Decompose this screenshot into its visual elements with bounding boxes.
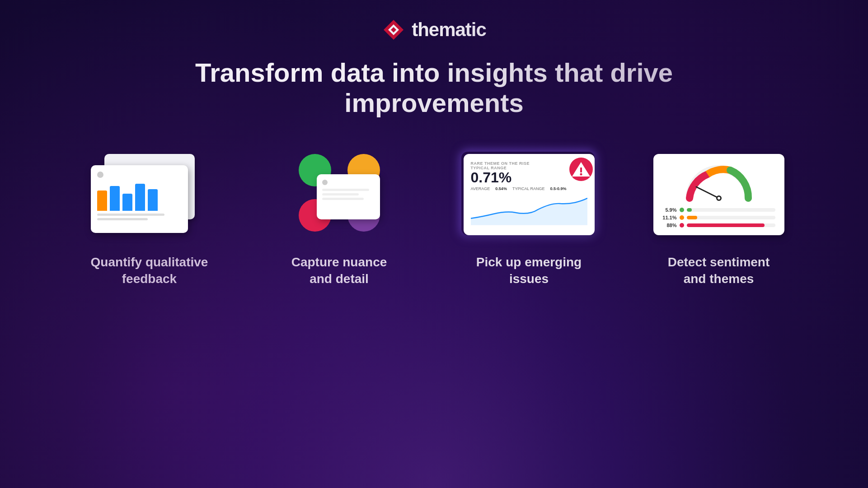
features-row: Quantify qualitativefeedback [32, 149, 836, 287]
sentiment-row-0: 5.9% [662, 207, 775, 213]
center-line-3 [322, 198, 364, 200]
typical-range-val: 0.5-0.9% [550, 186, 567, 191]
logo-container: thematic [382, 18, 486, 42]
feature-label-capture: Capture nuanceand detail [291, 254, 387, 287]
average-val: 0.54% [495, 186, 507, 191]
illustration-emerging: RARE THEME ON THE RISE TYPICAL RANGE 0.7… [459, 149, 599, 240]
trend-sub: AVERAGE 0.54% TYPICAL RANGE 0.5-0.9% [471, 186, 587, 191]
feature-card-emerging: RARE THEME ON THE RISE TYPICAL RANGE 0.7… [448, 149, 610, 287]
feature-card-sentiment: 5.9% 11.1% [638, 149, 800, 287]
sent-pct-1: 11.1% [662, 215, 677, 220]
bar-orange [97, 191, 107, 211]
center-line-1 [322, 189, 369, 191]
thematic-logo-icon [382, 18, 405, 42]
card-dot [97, 172, 103, 178]
center-card [317, 174, 380, 219]
feature-label-sentiment: Detect sentimentand themes [668, 254, 770, 287]
sent-dot-2 [680, 223, 684, 228]
sent-pct-2: 88% [662, 223, 677, 228]
page-wrapper: thematic Transform data into insights th… [0, 0, 868, 488]
svg-rect-9 [580, 167, 582, 172]
average-label: AVERAGE [471, 186, 490, 191]
feature-label-emerging: Pick up emergingissues [476, 254, 582, 287]
bar-blue-4 [148, 189, 158, 211]
bar-blue-2 [122, 194, 132, 211]
svg-point-10 [580, 173, 582, 176]
trend-labels: RARE THEME ON THE RISE TYPICAL RANGE 0.7… [471, 161, 530, 185]
headline: Transform data into insights that drive … [118, 58, 751, 118]
sent-pct-0: 5.9% [662, 207, 677, 213]
alert-badge-icon [569, 158, 593, 181]
bar-blue-3 [135, 184, 145, 211]
rare-theme-label: RARE THEME ON THE RISE [471, 161, 530, 166]
illustration-sentiment: 5.9% 11.1% [649, 149, 789, 240]
svg-point-13 [718, 197, 720, 200]
chart-bars [97, 181, 182, 211]
feature-card-quantify: Quantify qualitativefeedback [68, 149, 231, 287]
feature-card-capture: Capture nuanceand detail [258, 149, 421, 287]
sentiment-rows: 5.9% 11.1% [662, 207, 775, 228]
svg-line-11 [696, 187, 719, 198]
card-line-2 [97, 218, 148, 220]
sent-bar-wrap-0 [687, 208, 775, 212]
card-lines [97, 214, 182, 220]
bar-blue-1 [110, 186, 120, 211]
sent-bar-1 [687, 216, 698, 219]
card-line-1 [97, 214, 165, 216]
trend-chart-svg [471, 194, 587, 225]
illustration-capture [267, 149, 412, 240]
feature-label-quantify: Quantify qualitativefeedback [91, 254, 208, 287]
center-card-dot [322, 180, 328, 185]
sentiment-row-2: 88% [662, 223, 775, 228]
typical-range-val-label: TYPICAL RANGE [512, 186, 545, 191]
sent-bar-wrap-2 [687, 223, 775, 227]
sent-bar-0 [687, 208, 692, 212]
trend-pct: 0.71% [471, 170, 530, 185]
sent-bar-wrap-1 [687, 216, 775, 219]
gauge-card: 5.9% 11.1% [653, 154, 784, 235]
center-line-2 [322, 193, 359, 195]
center-card-lines [322, 189, 375, 200]
logo-text: thematic [412, 19, 486, 41]
gauge-svg [683, 162, 755, 203]
sent-dot-0 [680, 208, 684, 212]
sentiment-row-1: 11.1% [662, 215, 775, 220]
card-front [91, 165, 188, 233]
illustration-quantify [86, 149, 213, 240]
sent-dot-1 [680, 215, 684, 220]
sent-bar-2 [687, 223, 765, 227]
